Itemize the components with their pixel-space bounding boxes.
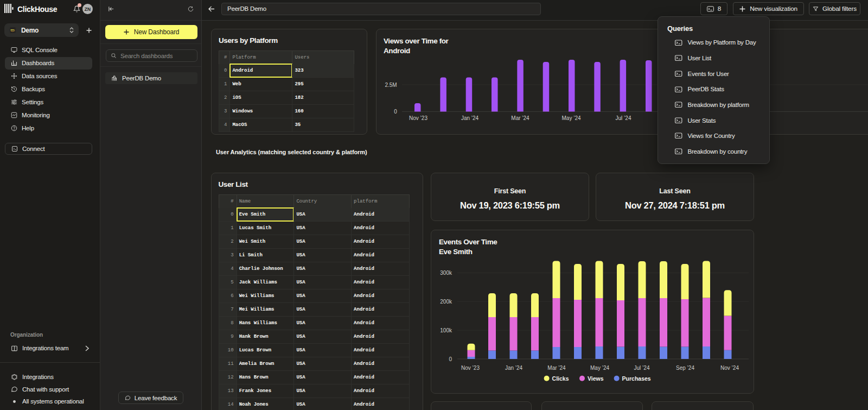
- svg-text:Sep ’24: Sep ’24: [676, 365, 694, 371]
- svg-text:Views: Views: [588, 375, 604, 382]
- svg-text:200k: 200k: [440, 299, 452, 305]
- svg-text:Nov ’23: Nov ’23: [409, 115, 427, 121]
- svg-text:Jul ’24: Jul ’24: [634, 365, 650, 371]
- svg-text:Nov ’23: Nov ’23: [461, 365, 480, 371]
- svg-text:Purchases: Purchases: [622, 375, 651, 382]
- svg-text:May ’24: May ’24: [590, 365, 609, 371]
- svg-text:May ’24: May ’24: [561, 115, 580, 121]
- svg-text:100k: 100k: [440, 327, 452, 333]
- svg-text:Mar ’24: Mar ’24: [511, 115, 529, 121]
- svg-text:Jul ’24: Jul ’24: [616, 115, 631, 121]
- svg-text:0: 0: [394, 109, 397, 115]
- svg-text:Clicks: Clicks: [552, 375, 569, 382]
- svg-text:Nov ’24: Nov ’24: [720, 365, 739, 371]
- svg-text:Jan ’24: Jan ’24: [505, 365, 523, 371]
- svg-text:0: 0: [449, 356, 452, 362]
- svg-text:300k: 300k: [440, 270, 452, 276]
- svg-text:Jan ’24: Jan ’24: [461, 115, 479, 121]
- svg-text:aws: aws: [10, 29, 14, 31]
- svg-text:2.5M: 2.5M: [385, 82, 397, 88]
- svg-text:Mar ’24: Mar ’24: [547, 365, 566, 371]
